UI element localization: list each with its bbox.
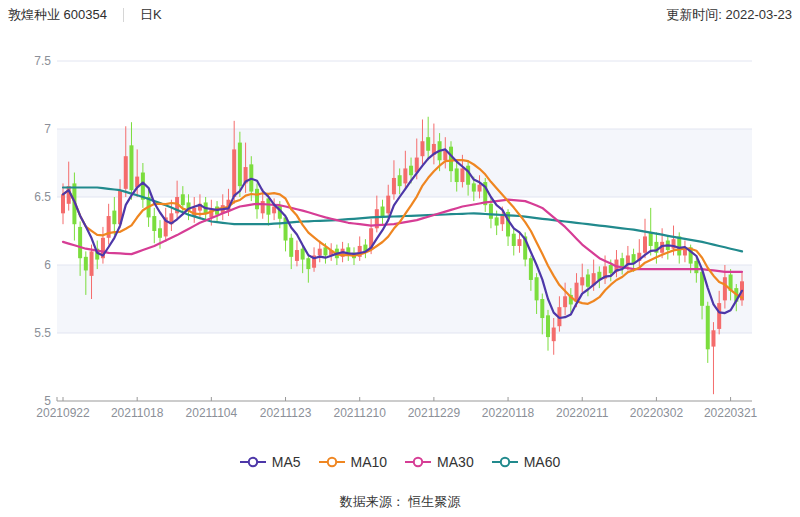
candle-down: [489, 204, 493, 219]
x-axis-label: 20220302: [630, 406, 684, 420]
x-axis-label: 20210922: [36, 406, 90, 420]
legend-label: MA10: [351, 454, 388, 470]
x-axis-label: 20211123: [260, 406, 312, 420]
legend-item-ma5[interactable]: MA5: [240, 454, 301, 470]
candle-down: [238, 143, 242, 187]
legend-marker-icon: [405, 456, 431, 468]
legend-marker-icon: [240, 456, 266, 468]
candle-up: [420, 141, 424, 156]
candle-down: [586, 275, 590, 287]
candle-down: [158, 228, 162, 238]
legend-item-ma30[interactable]: MA30: [405, 454, 474, 470]
legend-item-ma10[interactable]: MA10: [319, 454, 388, 470]
candle-down: [529, 258, 533, 280]
candle-up: [90, 251, 94, 275]
candle-up: [61, 194, 65, 213]
y-axis-label: 5.5: [34, 326, 51, 340]
y-axis-label: 6: [44, 258, 51, 272]
legend-item-ma60[interactable]: MA60: [492, 454, 561, 470]
x-axis-label: 20211018: [111, 406, 164, 420]
candle-down: [398, 175, 402, 186]
y-axis-label: 6.5: [34, 190, 51, 204]
candle-down: [449, 147, 453, 171]
candle-up: [272, 207, 276, 214]
y-axis-label: 7.5: [34, 54, 51, 68]
candle-down: [609, 265, 613, 273]
x-axis-label: 20211210: [333, 406, 386, 420]
candle-down: [323, 247, 327, 255]
x-axis-label: 20220321: [704, 406, 758, 420]
candle-down: [535, 277, 539, 300]
candle-up: [392, 178, 396, 194]
candle-down: [472, 183, 476, 191]
candle-down: [512, 234, 516, 246]
candle-up: [478, 185, 482, 192]
x-axis-label: 20211104: [186, 406, 238, 420]
candle-up: [580, 277, 584, 285]
candle-down: [409, 166, 413, 176]
legend-label: MA5: [272, 454, 301, 470]
candle-up: [295, 250, 299, 261]
legend-label: MA30: [437, 454, 474, 470]
candle-down: [426, 137, 430, 151]
candle-up: [563, 296, 567, 307]
candle-down: [694, 261, 698, 273]
candle-up: [318, 249, 322, 256]
candlestick-chart: 7.576.565.552021092220211018202111042021…: [0, 0, 800, 440]
candle-up: [717, 303, 721, 329]
candle-down: [129, 145, 133, 190]
candle-down: [677, 236, 681, 255]
candle-up: [403, 168, 407, 183]
candle-down: [289, 238, 293, 257]
candle-down: [112, 211, 116, 225]
data-source-label: 数据来源： 恒生聚源: [0, 493, 800, 511]
candle-down: [181, 194, 185, 205]
candle-down: [78, 227, 82, 258]
candle-down: [706, 306, 710, 350]
legend-marker-icon: [319, 456, 345, 468]
candle-down: [495, 217, 499, 225]
candle-down: [255, 189, 259, 209]
candle-up: [232, 149, 236, 197]
candle-up: [643, 236, 647, 252]
candle-down: [306, 258, 310, 269]
plot-band: [57, 265, 752, 333]
candle-down: [649, 232, 653, 246]
candle-up: [711, 330, 715, 346]
chart-legend: MA5MA10MA30MA60: [0, 451, 800, 473]
candle-up: [460, 168, 464, 182]
candle-up: [517, 239, 521, 246]
candle-down: [455, 168, 459, 182]
legend-label: MA60: [524, 454, 561, 470]
candle-down: [381, 207, 385, 217]
x-axis-label: 20220118: [482, 406, 535, 420]
candle-up: [723, 277, 727, 300]
candle-up: [386, 196, 390, 214]
candle-down: [152, 216, 156, 231]
x-axis-label: 20211229: [408, 406, 461, 420]
candle-down: [540, 299, 544, 318]
candle-down: [266, 198, 270, 214]
candle-down: [84, 257, 88, 271]
legend-marker-icon: [492, 456, 518, 468]
candle-up: [575, 283, 579, 302]
candle-down: [620, 258, 624, 266]
candle-down: [301, 249, 305, 260]
y-axis-label: 7: [44, 122, 51, 136]
candle-up: [124, 156, 128, 189]
candle-down: [546, 315, 550, 337]
plot-band: [57, 129, 752, 197]
candle-up: [552, 328, 556, 342]
x-axis-label: 20220211: [556, 406, 609, 420]
candle-up: [261, 201, 265, 213]
